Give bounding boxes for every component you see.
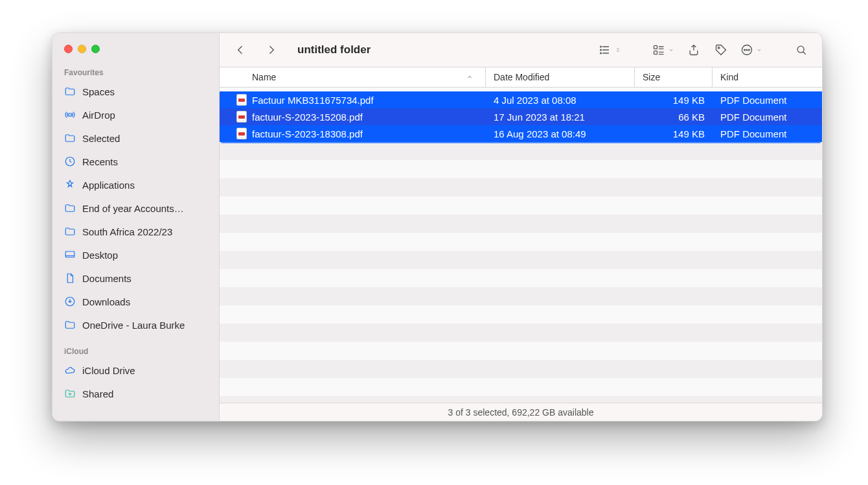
pdf-file-icon: [236, 128, 247, 139]
group-icon: [652, 43, 665, 56]
main-pane: untitled folder: [220, 33, 822, 421]
sidebar-item-label: OneDrive - Laura Burke: [82, 320, 185, 331]
sidebar-item-desktop[interactable]: Desktop: [52, 243, 219, 266]
file-kind: PDF Document: [713, 112, 822, 123]
sidebar-item-recents[interactable]: Recents: [52, 150, 219, 173]
svg-point-5: [600, 46, 602, 47]
svg-point-13: [746, 49, 748, 51]
sidebar-favourites: Spaces AirDrop Selected Recents Applicat…: [52, 80, 219, 337]
svg-point-14: [749, 49, 750, 51]
sidebar-item-downloads[interactable]: Downloads: [52, 290, 219, 313]
sidebar-item-onedrive[interactable]: OneDrive - Laura Burke: [52, 313, 219, 337]
file-kind: PDF Document: [713, 95, 822, 106]
sidebar-item-label: End of year Accounts…: [82, 203, 184, 214]
sidebar-item-label: Desktop: [82, 250, 118, 261]
file-list[interactable]: Factuur MKB311675734.pdf 4 Jul 2023 at 0…: [220, 88, 822, 403]
sidebar-item-label: Recents: [82, 156, 118, 167]
clock-icon: [64, 156, 76, 167]
file-name: factuur-S-2023-18308.pdf: [252, 128, 363, 139]
folder-icon: [64, 132, 76, 144]
svg-rect-9: [654, 51, 657, 54]
sidebar-item-selected[interactable]: Selected: [52, 126, 219, 150]
file-row[interactable]: factuur-S-2023-15208.pdf 17 Jun 2023 at …: [220, 108, 822, 125]
search-button[interactable]: [794, 43, 809, 56]
cloud-icon: [64, 364, 76, 376]
chevron-down-icon: [756, 47, 762, 53]
sidebar-item-end-of-year-accounts[interactable]: End of year Accounts…: [52, 196, 219, 220]
sidebar-item-label: Selected: [82, 133, 120, 144]
sidebar-item-label: South Africa 2022/23: [82, 226, 172, 237]
sidebar-section-label-favourites: Favourites: [52, 64, 219, 80]
file-size: 149 KB: [635, 128, 713, 139]
nav-forward-button[interactable]: [264, 43, 279, 56]
group-button[interactable]: [652, 43, 674, 56]
svg-point-15: [797, 46, 804, 53]
chevron-right-icon: [265, 43, 278, 56]
sidebar-item-south-africa[interactable]: South Africa 2022/23: [52, 220, 219, 243]
sidebar-item-spaces[interactable]: Spaces: [52, 80, 219, 103]
sidebar: Favourites Spaces AirDrop Selected Recen…: [52, 33, 220, 421]
document-icon: [64, 272, 76, 284]
chevron-left-icon: [234, 43, 247, 56]
more-circle-icon: [740, 43, 753, 56]
file-date: 16 Aug 2023 at 08:49: [486, 128, 635, 139]
airdrop-icon: [64, 109, 76, 121]
zoom-window-button[interactable]: [91, 45, 100, 53]
column-label: Kind: [720, 72, 738, 82]
svg-point-7: [600, 53, 602, 54]
file-name: Factuur MKB311675734.pdf: [252, 95, 374, 106]
toolbar: untitled folder: [220, 33, 822, 67]
file-size: 149 KB: [635, 95, 713, 106]
sidebar-item-airdrop[interactable]: AirDrop: [52, 103, 219, 126]
sidebar-item-label: Downloads: [82, 296, 130, 307]
folder-icon: [64, 226, 76, 237]
sidebar-item-label: Applications: [82, 180, 135, 191]
file-row[interactable]: factuur-S-2023-18308.pdf 16 Aug 2023 at …: [220, 125, 822, 142]
pdf-file-icon: [236, 111, 247, 123]
sidebar-item-documents[interactable]: Documents: [52, 266, 219, 290]
sidebar-item-label: Documents: [82, 273, 131, 284]
actions-button[interactable]: [740, 43, 762, 56]
nav-back-button[interactable]: [233, 43, 248, 56]
desktop-icon: [64, 249, 76, 261]
sidebar-item-label: Shared: [82, 388, 113, 399]
sidebar-item-icloud-drive[interactable]: iCloud Drive: [52, 359, 219, 382]
sidebar-section-label-icloud: iCloud: [52, 343, 219, 359]
status-text: 3 of 3 selected, 692,22 GB available: [448, 407, 594, 418]
sidebar-item-label: Spaces: [82, 86, 115, 97]
share-icon: [687, 43, 700, 56]
applications-icon: [64, 179, 76, 191]
column-header-kind[interactable]: Kind: [713, 67, 822, 87]
column-header-name[interactable]: Name: [220, 67, 486, 87]
minimize-window-button[interactable]: [78, 45, 86, 53]
download-icon: [64, 296, 76, 307]
svg-point-12: [744, 49, 746, 51]
sidebar-item-label: AirDrop: [82, 110, 115, 121]
finder-window: Favourites Spaces AirDrop Selected Recen…: [52, 32, 823, 421]
status-bar: 3 of 3 selected, 692,22 GB available: [220, 403, 822, 421]
svg-rect-2: [65, 252, 74, 257]
tags-button[interactable]: [713, 43, 729, 56]
folder-icon: [64, 86, 76, 97]
folder-icon: [64, 319, 76, 331]
column-header-size[interactable]: Size: [635, 67, 713, 87]
tag-icon: [714, 43, 727, 56]
list-view-icon: [599, 43, 612, 56]
sidebar-item-label: iCloud Drive: [82, 365, 135, 376]
file-date: 17 Jun 2023 at 18:21: [486, 112, 635, 123]
view-mode-button[interactable]: [599, 43, 621, 56]
share-button[interactable]: [686, 43, 702, 56]
chevron-down-icon: [668, 47, 674, 53]
close-window-button[interactable]: [64, 45, 73, 53]
sort-asc-icon: [466, 73, 474, 81]
sidebar-icloud: iCloud Drive Shared: [52, 359, 219, 405]
sidebar-item-shared[interactable]: Shared: [52, 382, 219, 405]
file-kind: PDF Document: [713, 128, 822, 139]
column-header-date[interactable]: Date Modified: [486, 67, 635, 87]
sidebar-item-applications[interactable]: Applications: [52, 173, 219, 196]
file-row[interactable]: Factuur MKB311675734.pdf 4 Jul 2023 at 0…: [220, 91, 822, 108]
svg-point-4: [69, 393, 71, 395]
column-headers: Name Date Modified Size Kind: [220, 67, 822, 88]
svg-point-10: [718, 47, 720, 49]
svg-point-6: [600, 49, 602, 51]
